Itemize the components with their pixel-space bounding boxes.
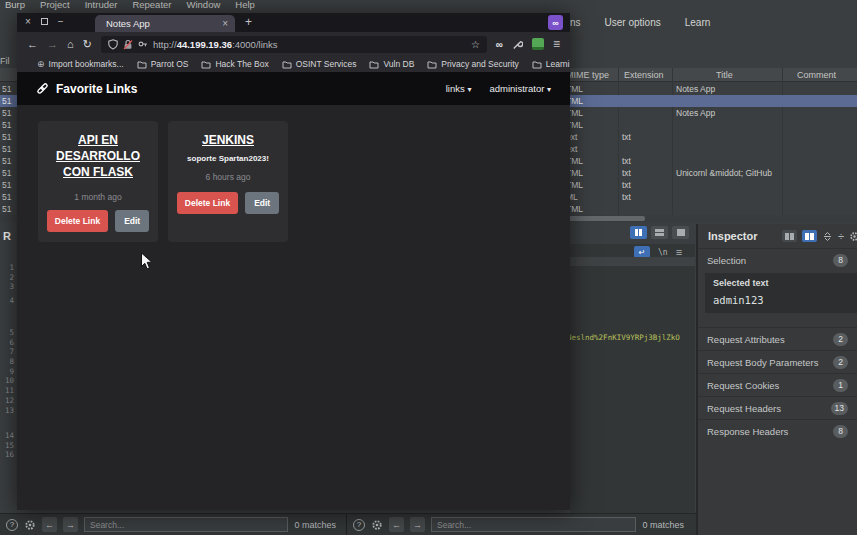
foxyproxy-icon[interactable] bbox=[532, 38, 544, 50]
section-label: Request Headers bbox=[707, 403, 781, 414]
edit-button[interactable]: Edit bbox=[115, 210, 149, 232]
shield-icon[interactable] bbox=[108, 39, 118, 50]
maximize-icon[interactable] bbox=[41, 18, 48, 25]
app-menu-icon[interactable]: ≡ bbox=[553, 39, 560, 49]
menu-repeater[interactable]: Repeater bbox=[132, 0, 171, 10]
columns-view-icon[interactable] bbox=[630, 226, 647, 239]
bookmark-label: Vuln DB bbox=[383, 59, 414, 69]
browser-tab[interactable]: Notes App × bbox=[95, 15, 235, 32]
row-ext: txt bbox=[622, 132, 631, 142]
bookmark-folder-osint-services[interactable]: OSINT Services bbox=[282, 59, 357, 69]
split-icon[interactable]: ÷ bbox=[838, 230, 844, 242]
pane-right-icon[interactable] bbox=[802, 230, 817, 242]
card-title[interactable]: API EN DESARROLLO CON FLASK bbox=[45, 132, 151, 181]
request-panel-title-partial: R bbox=[3, 230, 17, 242]
inspector-section-response-headers[interactable]: Response Headers 8 bbox=[698, 419, 857, 442]
bookmark-folder-learning-resources[interactable]: Learning Resources bbox=[532, 59, 570, 69]
bookmark-folder-hack-the-box[interactable]: Hack The Box bbox=[201, 59, 268, 69]
gear-icon[interactable] bbox=[849, 231, 857, 242]
menu-intruder[interactable]: Intruder bbox=[85, 0, 118, 10]
inspector-section-request-cookies[interactable]: Request Cookies 1 bbox=[698, 373, 857, 396]
expand-collapse-icon[interactable] bbox=[822, 231, 833, 242]
next-match-icon[interactable]: → bbox=[63, 517, 78, 532]
request-search-panel: ? ← → 0 matches bbox=[0, 514, 347, 535]
prev-match-icon[interactable]: ← bbox=[389, 517, 404, 532]
card-title[interactable]: JENKINS bbox=[175, 132, 281, 148]
scrollbar-thumb[interactable] bbox=[568, 216, 645, 221]
bookmark-folder-privacy-and-security[interactable]: Privacy and Security bbox=[427, 59, 518, 69]
col-title[interactable]: Title bbox=[716, 70, 733, 80]
single-view-icon[interactable] bbox=[672, 226, 689, 239]
gear-icon[interactable] bbox=[24, 519, 36, 531]
row-title: Unicornl &middot; GitHub bbox=[676, 168, 772, 178]
browser-toolbar: ← → ⌂ ↻ http://44.199.19.36:4000/links bbox=[17, 32, 570, 56]
url-bar[interactable]: http://44.199.19.36:4000/links ☆ bbox=[101, 36, 487, 53]
tab-close-icon[interactable]: × bbox=[222, 18, 228, 29]
col-mime-type[interactable]: MIME type bbox=[566, 70, 609, 80]
link-card-flask: API EN DESARROLLO CON FLASK 1 month ago … bbox=[38, 121, 158, 242]
goggles-icon[interactable]: ∞ bbox=[496, 39, 503, 50]
burp-top-tabs: ns User options Learn bbox=[570, 14, 857, 30]
help-icon[interactable]: ? bbox=[353, 519, 365, 531]
insecure-lock-icon[interactable] bbox=[123, 39, 133, 50]
next-match-icon[interactable]: → bbox=[410, 517, 425, 532]
proxy-filter-bar-partial: Fil bbox=[0, 56, 17, 68]
forward-icon[interactable]: → bbox=[47, 38, 58, 50]
row-id: 51 bbox=[2, 144, 16, 154]
menu-window[interactable]: Window bbox=[187, 0, 221, 10]
inspector-section-request-attributes[interactable]: Request Attributes 2 bbox=[698, 327, 857, 350]
minimize-icon[interactable]: − bbox=[58, 16, 64, 27]
col-extension[interactable]: Extension bbox=[624, 70, 664, 80]
gear-icon[interactable] bbox=[371, 519, 383, 531]
home-icon[interactable]: ⌂ bbox=[67, 38, 74, 50]
link-icon bbox=[36, 82, 49, 95]
close-icon[interactable]: × bbox=[25, 16, 31, 27]
links-dropdown[interactable]: links ▾ bbox=[446, 83, 472, 94]
delete-link-button[interactable]: Delete Link bbox=[47, 210, 108, 232]
site-brand[interactable]: Favorite Links bbox=[36, 82, 137, 96]
newline-icon[interactable]: \n bbox=[658, 248, 668, 257]
row-ext: txt bbox=[622, 156, 631, 166]
tab-title: Notes App bbox=[106, 18, 222, 29]
row-id: 51 bbox=[2, 120, 16, 130]
menu-burp[interactable]: Burp bbox=[5, 0, 25, 10]
help-icon[interactable]: ? bbox=[6, 519, 18, 531]
bookmark-label: Learning Resources bbox=[546, 59, 570, 69]
reload-icon[interactable]: ↻ bbox=[83, 38, 92, 51]
burp-extension-icon[interactable]: ∞ bbox=[548, 15, 563, 30]
chevron-down-icon: ▾ bbox=[547, 85, 551, 94]
editor-menu-icon[interactable]: ≡ bbox=[676, 247, 682, 257]
wrench-icon[interactable] bbox=[512, 39, 523, 50]
burp-tab-user-options[interactable]: User options bbox=[605, 17, 661, 28]
menu-project[interactable]: Project bbox=[40, 0, 70, 10]
url-scheme: http:// bbox=[153, 39, 177, 50]
section-count-badge: 8 bbox=[833, 254, 848, 267]
edit-button[interactable]: Edit bbox=[245, 192, 279, 214]
folder-icon bbox=[201, 60, 211, 69]
col-comment[interactable]: Comment bbox=[797, 70, 836, 80]
inspector-section-request-body-parameters[interactable]: Request Body Parameters 2 bbox=[698, 350, 857, 373]
new-tab-icon[interactable]: + bbox=[245, 15, 252, 29]
bookmark-folder-vuln-db[interactable]: Vuln DB bbox=[369, 59, 414, 69]
section-count-badge: 2 bbox=[833, 333, 848, 346]
inspector-section-request-headers[interactable]: Request Headers 13 bbox=[698, 396, 857, 419]
card-age: 1 month ago bbox=[45, 192, 151, 202]
rows-view-icon[interactable] bbox=[651, 226, 668, 239]
bookmark-folder-parrot-os[interactable]: Parrot OS bbox=[137, 59, 189, 69]
burp-tab-partial[interactable]: ns bbox=[570, 17, 581, 28]
delete-link-button[interactable]: Delete Link bbox=[177, 192, 238, 214]
prev-match-icon[interactable]: ← bbox=[42, 517, 57, 532]
import-bookmarks[interactable]: ⊕ Import bookmarks... bbox=[37, 59, 124, 69]
selected-text-box: Selected text admin123 bbox=[705, 273, 857, 313]
back-icon[interactable]: ← bbox=[27, 38, 38, 50]
key-icon[interactable] bbox=[138, 39, 148, 49]
inspector-section-selection[interactable]: Selection 8 bbox=[698, 248, 857, 271]
search-input[interactable] bbox=[84, 517, 288, 532]
browser-window: × − Notes App × + ∞ ← → ⌂ ↻ bbox=[17, 13, 570, 510]
burp-tab-learn[interactable]: Learn bbox=[685, 17, 711, 28]
user-dropdown[interactable]: administrator ▾ bbox=[489, 83, 551, 94]
bookmark-star-icon[interactable]: ☆ bbox=[471, 39, 480, 50]
pane-left-icon[interactable] bbox=[782, 230, 797, 242]
menu-help[interactable]: Help bbox=[235, 0, 255, 10]
search-input[interactable] bbox=[431, 517, 636, 532]
